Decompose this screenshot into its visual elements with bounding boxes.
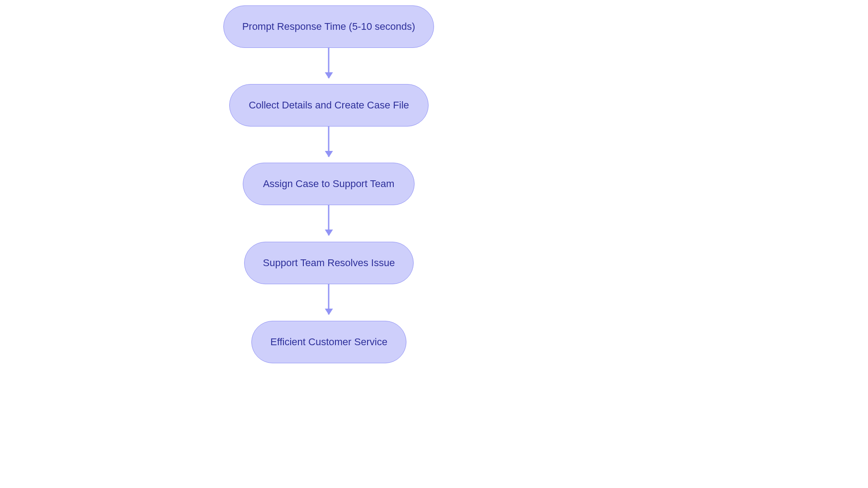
flowchart-arrow-2-3 (328, 127, 330, 157)
flowchart-node-label: Collect Details and Create Case File (249, 99, 409, 111)
flowchart-node-label: Support Team Resolves Issue (263, 257, 395, 269)
flowchart-node-label: Prompt Response Time (5-10 seconds) (242, 21, 415, 33)
flowchart-arrow-1-2 (328, 48, 330, 78)
flowchart-node-5: Efficient Customer Service (251, 321, 406, 363)
flowchart-arrow-4-5 (328, 284, 330, 314)
flowchart-node-3: Assign Case to Support Team (243, 163, 415, 205)
flowchart-arrow-3-4 (328, 205, 330, 235)
flowchart-node-2: Collect Details and Create Case File (229, 84, 429, 127)
flowchart-node-1: Prompt Response Time (5-10 seconds) (223, 5, 434, 48)
flowchart-node-label: Assign Case to Support Team (263, 178, 395, 190)
flowchart-container: Prompt Response Time (5-10 seconds) Coll… (0, 0, 868, 488)
flowchart-node-4: Support Team Resolves Issue (244, 242, 414, 284)
flowchart-node-label: Efficient Customer Service (270, 336, 387, 348)
